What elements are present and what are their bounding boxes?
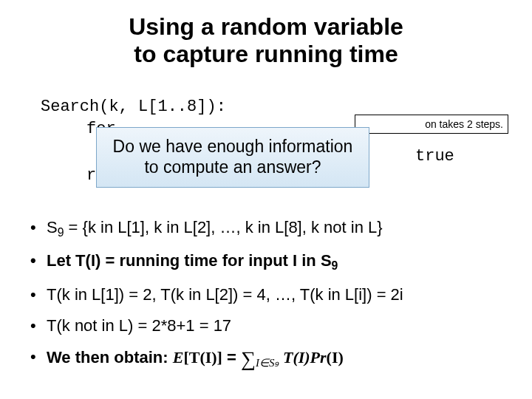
slide-title: Using a random variable to capture runni… bbox=[0, 0, 532, 68]
b5-Pr: Pr bbox=[310, 348, 327, 366]
bullet-3: T(k in L[1]) = 2, T(k in L[2]) = 4, …, T… bbox=[26, 285, 517, 304]
b1-sub: 9 bbox=[58, 226, 64, 239]
bullet-2: Let T(I) = running time for input I in S… bbox=[26, 251, 517, 273]
b5-inside: [T(I)] bbox=[183, 348, 222, 366]
question-text: Do we have enough information to compute… bbox=[104, 137, 361, 177]
assumption-callout: on takes 2 steps. bbox=[355, 115, 508, 134]
b5-PrArg: (I) bbox=[327, 348, 344, 366]
b5-eq: = bbox=[222, 348, 241, 366]
bullet-1: S9 = {k in L[1], k in L[2], …, k in L[8]… bbox=[26, 218, 517, 239]
sigma-icon: ∑ bbox=[241, 347, 256, 370]
bullet-5: We then obtain: E[T(I)] = ∑I∈S₉ T(I)Pr(I… bbox=[26, 347, 517, 371]
assumption-text: on takes 2 steps. bbox=[425, 118, 503, 130]
title-line-2: to capture running time bbox=[0, 41, 532, 68]
b5-E: E bbox=[173, 348, 184, 366]
b1-prefix: S bbox=[47, 218, 58, 236]
b2-sub: 9 bbox=[332, 260, 338, 273]
code-line-1: Search(k, L[1..8]): bbox=[41, 96, 226, 118]
true-keyword: true bbox=[415, 147, 454, 166]
b1-rest: = {k in L[1], k in L[2], …, k in L[8], k… bbox=[64, 218, 383, 236]
b2-prefix: Let T(I) = running time for input I in S bbox=[47, 251, 332, 270]
bullet-list: S9 = {k in L[1], k in L[2], …, k in L[8]… bbox=[26, 218, 517, 383]
question-callout: Do we have enough information to compute… bbox=[96, 127, 369, 188]
title-line-1: Using a random variable bbox=[0, 13, 532, 41]
bullet-4: T(k not in L) = 2*8+1 = 17 bbox=[26, 316, 517, 335]
b5-sum-sub: I∈S₉ bbox=[256, 357, 279, 369]
b5-prefix: We then obtain: bbox=[47, 348, 173, 366]
b5-TI: T(I) bbox=[279, 348, 310, 366]
